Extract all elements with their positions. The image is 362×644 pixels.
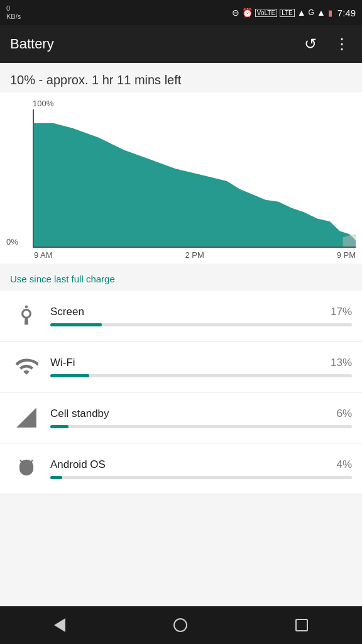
more-options-button[interactable]: ⋮ — [332, 33, 352, 55]
chart-x-label-end: 9 PM — [337, 250, 356, 260]
cell-icon — [10, 401, 43, 434]
battery-chart: 100% 0% — [0, 92, 362, 264]
chart-teal-area — [34, 123, 356, 247]
signal-icon: ▲ — [297, 8, 306, 18]
list-item[interactable]: Screen 17% — [0, 291, 362, 341]
android-progress-bar — [50, 476, 352, 479]
screen-progress-bar — [50, 323, 352, 326]
back-icon — [54, 618, 65, 632]
android-icon — [10, 452, 43, 485]
signal2-icon: ▲ — [317, 8, 326, 18]
home-icon — [173, 618, 187, 632]
status-bar: 0KB/s ⊖ ⏰ VoLTE LTE ▲ G ▲ ▮ 7:49 — [0, 0, 362, 25]
recent-button[interactable] — [280, 614, 323, 636]
wifi-details: Wi-Fi 13% — [50, 357, 352, 377]
wifi-progress-fill — [50, 374, 89, 377]
recent-icon — [295, 619, 308, 631]
lte-icon: LTE — [280, 9, 295, 17]
screen-name-row: Screen 17% — [50, 306, 352, 318]
alarm-icon: ⏰ — [242, 8, 253, 18]
status-kb: 0KB/s — [6, 4, 21, 21]
chart-x-label-mid: 2 PM — [185, 250, 204, 260]
battery-icon: ▮ — [328, 8, 332, 18]
list-item[interactable]: Cell standby 6% — [0, 392, 362, 443]
cell-details: Cell standby 6% — [50, 408, 352, 428]
page-title: Battery — [10, 36, 302, 52]
chart-y-top-label: 100% — [33, 99, 356, 108]
chart-x-labels: 9 AM 2 PM 9 PM — [6, 250, 356, 260]
volte-icon: VoLTE — [255, 9, 277, 17]
main-content: 10% - approx. 1 hr 11 mins left 100% 0% — [0, 63, 362, 606]
list-item[interactable]: Wi-Fi 13% — [0, 341, 362, 392]
chart-x-label-start: 9 AM — [34, 250, 53, 260]
cell-progress-fill — [50, 425, 69, 428]
wifi-icon — [10, 350, 43, 383]
home-button[interactable] — [158, 613, 202, 637]
screen-details: Screen 17% — [50, 306, 352, 326]
section-header: Use since last full charge — [0, 264, 362, 291]
cell-pct: 6% — [336, 408, 352, 420]
top-bar-actions: ↺ ⋮ — [302, 33, 352, 55]
network-g-icon: G — [309, 8, 314, 17]
chart-area — [33, 109, 356, 248]
screen-progress-fill — [50, 323, 102, 326]
refresh-button[interactable]: ↺ — [302, 33, 319, 55]
dnd-icon: ⊖ — [232, 8, 239, 18]
list-item[interactable]: Android OS 4% — [0, 443, 362, 494]
chart-y-bottom-label: 0% — [6, 237, 33, 247]
wifi-pct: 13% — [331, 357, 352, 369]
battery-summary: 10% - approx. 1 hr 11 mins left — [0, 63, 362, 92]
status-time: 7:49 — [337, 8, 356, 18]
wifi-name-row: Wi-Fi 13% — [50, 357, 352, 369]
wifi-label: Wi-Fi — [50, 357, 75, 369]
bottom-nav — [0, 606, 362, 644]
wifi-progress-bar — [50, 374, 352, 377]
android-progress-fill — [50, 476, 62, 479]
screen-pct: 17% — [331, 306, 352, 318]
cell-label: Cell standby — [50, 408, 109, 420]
cell-progress-bar — [50, 425, 352, 428]
android-pct: 4% — [336, 458, 352, 471]
android-details: Android OS 4% — [50, 458, 352, 479]
back-button[interactable] — [39, 613, 80, 637]
chart-y-axis: 0% — [6, 109, 33, 248]
screen-label: Screen — [50, 306, 84, 318]
screen-icon — [10, 299, 43, 332]
top-bar: Battery ↺ ⋮ — [0, 25, 362, 63]
battery-chart-svg — [34, 109, 356, 247]
status-icons: ⊖ ⏰ VoLTE LTE ▲ G ▲ ▮ 7:49 — [232, 8, 356, 18]
android-name-row: Android OS 4% — [50, 458, 352, 471]
cell-name-row: Cell standby 6% — [50, 408, 352, 420]
android-label: Android OS — [50, 458, 106, 471]
